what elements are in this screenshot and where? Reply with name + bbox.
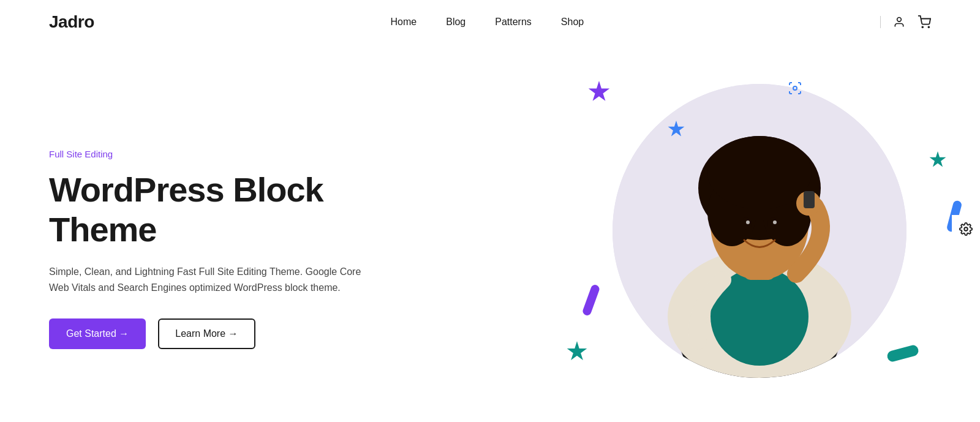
nav-blog[interactable]: Blog [446, 17, 466, 28]
nav-action-icons [880, 15, 931, 29]
hero-person-image [612, 84, 907, 378]
site-logo[interactable]: Jadro [49, 12, 94, 32]
hero-image-area [539, 44, 980, 417]
svg-point-16 [773, 220, 777, 224]
nav-patterns[interactable]: Patterns [495, 17, 532, 28]
svg-point-15 [746, 220, 750, 224]
site-header: Jadro Home Blog Patterns Shop [0, 0, 980, 44]
hero-cta-group: Get Started → Learn More → [49, 318, 392, 349]
svg-point-14 [767, 217, 778, 230]
hero-subtitle: Full Site Editing [49, 149, 392, 159]
svg-point-2 [928, 26, 929, 28]
hero-description: Simple, Clean, and Lightning Fast Full S… [49, 264, 368, 296]
main-nav: Home Blog Patterns Shop [391, 17, 584, 28]
deco-star-teal-bottom [567, 341, 587, 362]
svg-point-1 [922, 26, 923, 28]
svg-rect-18 [804, 191, 815, 208]
deco-blob-teal [886, 344, 920, 363]
hero-content: Full Site Editing WordPress Block Theme … [49, 137, 392, 349]
hero-section: Full Site Editing WordPress Block Theme … [0, 44, 980, 417]
viewfinder-icon-button[interactable] [788, 81, 802, 99]
nav-home[interactable]: Home [391, 17, 417, 28]
nav-shop[interactable]: Shop [561, 17, 584, 28]
settings-icon-button[interactable] [952, 215, 980, 247]
svg-point-0 [897, 18, 902, 22]
get-started-button[interactable]: Get Started → [49, 318, 146, 349]
svg-point-12 [707, 136, 812, 209]
svg-point-19 [793, 86, 797, 90]
cart-icon-button[interactable] [918, 15, 931, 29]
deco-star-purple [588, 81, 610, 103]
svg-point-13 [741, 217, 752, 230]
deco-blob-purple [582, 284, 601, 317]
learn-more-button[interactable]: Learn More → [158, 318, 255, 349]
user-icon-button[interactable] [893, 16, 905, 28]
nav-divider [880, 16, 881, 28]
hero-title: WordPress Block Theme [49, 170, 392, 249]
svg-point-20 [964, 227, 968, 231]
deco-star-teal-right [929, 151, 946, 168]
